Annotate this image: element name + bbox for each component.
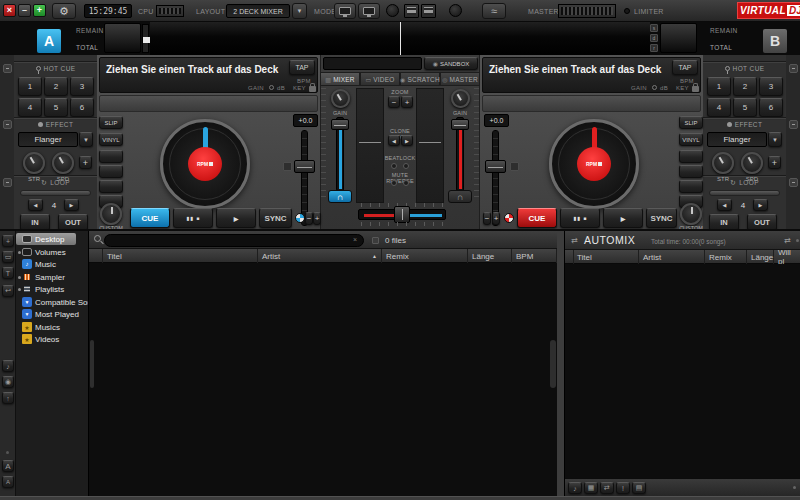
jog-center-hub[interactable]: RPM (577, 147, 611, 181)
hotcue-b-6[interactable]: 6 (759, 98, 783, 117)
disc-icon-button[interactable]: ◉ (2, 376, 14, 388)
zoom-out-button[interactable]: − (388, 96, 400, 108)
key-lock-icon[interactable] (309, 86, 316, 92)
folder-view-button[interactable]: ▭ (2, 251, 14, 263)
channel-b-eq-column[interactable] (416, 88, 444, 203)
deck-a-minus-button[interactable]: − (305, 212, 313, 225)
column-bpm[interactable]: BPM (512, 249, 557, 263)
deck-b-play-button[interactable] (603, 208, 643, 228)
sidebar-item-videos[interactable]: Videos (16, 333, 88, 345)
zoom-in-button[interactable]: + (401, 96, 413, 108)
deck-b-tap-button[interactable]: TAP (672, 60, 698, 75)
deck-b-plus-button[interactable]: + (492, 212, 500, 225)
tab-video[interactable]: ▭VIDEO (360, 72, 400, 86)
deck-a-pad-button-2[interactable] (99, 165, 123, 178)
sidebar-item-compatible-songs[interactable]: Compatible Songs (16, 296, 88, 308)
deck-a-tap-button[interactable]: TAP (289, 60, 315, 75)
column-blank[interactable] (89, 249, 103, 263)
loop-a-half-button[interactable] (28, 199, 43, 211)
column-remix[interactable]: Remix (382, 249, 468, 263)
am-column-artist[interactable]: Artist (639, 250, 705, 264)
column-laenge[interactable]: Länge (468, 249, 512, 263)
layout-dropdown[interactable]: 2 DECK MIXER (226, 4, 290, 18)
effect-b-select[interactable]: Flanger (707, 132, 767, 147)
deck-b-custom-knob[interactable] (680, 203, 702, 225)
eject-list-button[interactable]: ▤ (632, 482, 646, 494)
am-column-laenge[interactable]: Länge (747, 250, 774, 264)
gain-knob-icon[interactable] (269, 85, 274, 90)
clear-search-icon[interactable] (353, 236, 357, 243)
tab-scratch[interactable]: ◉SCRATCH (400, 72, 440, 86)
deck-a-cue-button[interactable]: CUE (130, 208, 170, 228)
effect-a-add-button[interactable] (79, 156, 92, 169)
file-scrollbar[interactable] (550, 340, 556, 388)
beatlock-a-toggle[interactable] (391, 163, 397, 169)
mode-dual-screen-button[interactable] (358, 3, 380, 19)
record-knob[interactable] (449, 4, 462, 17)
deck-a-pitch-reset-button[interactable] (283, 162, 292, 171)
wave-display-option-2[interactable] (421, 4, 436, 18)
mode-single-screen-button[interactable] (334, 3, 356, 19)
deck-b-vinyl-button[interactable]: VINYL (679, 133, 703, 146)
hotcue-a-3[interactable]: 3 (70, 77, 94, 96)
wave-option-button-1[interactable]: s (650, 24, 658, 32)
minimize-button[interactable] (18, 4, 31, 17)
shuffle-icon[interactable] (781, 235, 794, 246)
alert-button[interactable]: ! (616, 482, 630, 494)
effect-b-filter-button[interactable] (768, 132, 782, 147)
music-note-icon-button[interactable]: ♪ (2, 360, 14, 372)
tab-mixer[interactable]: ▥MIXER (320, 72, 360, 86)
mute-reverse-a-toggle[interactable] (391, 180, 397, 186)
sidebar-item-volumes[interactable]: Volumes (16, 246, 88, 258)
channel-b-headphone-button[interactable] (448, 190, 472, 203)
filter-folder-button[interactable]: T (2, 267, 14, 279)
hotcue-b-1[interactable]: 1 (707, 77, 731, 96)
hotcue-a-2[interactable]: 2 (44, 77, 68, 96)
hotcue-b-4[interactable]: 4 (707, 98, 731, 117)
collapse-hotcue-a-button[interactable] (3, 64, 12, 73)
hotcue-a-4[interactable]: 4 (18, 98, 42, 117)
close-button[interactable] (3, 4, 16, 17)
deck-a-plus-button[interactable]: + (313, 212, 321, 225)
file-list-body[interactable] (89, 263, 557, 496)
effect-a-filter-button[interactable] (79, 132, 93, 147)
automix-mode-button[interactable]: ♪ (568, 482, 582, 494)
loop-a-length-bar[interactable] (20, 190, 91, 196)
deck-b-cue-button[interactable]: CUE (517, 208, 557, 228)
hotcue-b-3[interactable]: 3 (759, 77, 783, 96)
layout-filter-button[interactable] (292, 3, 307, 19)
folder-scrollbar[interactable] (90, 340, 94, 388)
collapse-effect-b-button[interactable] (789, 120, 798, 129)
wave-option-button-3[interactable]: r (650, 44, 658, 52)
deck-b-title-box[interactable]: Ziehen Sie einen Track auf das Deck TAP … (482, 57, 701, 93)
deck-b-pad-button-3[interactable] (679, 180, 703, 193)
channel-b-volume-fader[interactable] (456, 117, 464, 191)
clone-to-left-button[interactable]: ◀ (388, 135, 400, 146)
loop-b-double-button[interactable] (753, 199, 768, 211)
automix-menu-dot[interactable] (796, 239, 799, 242)
deck-a-jog-wheel[interactable]: RPM (160, 119, 250, 209)
deck-a-pause-stop-button[interactable] (173, 208, 213, 228)
deck-a-slip-button[interactable]: SLIP (99, 116, 123, 129)
settings-gear-button[interactable] (52, 3, 76, 19)
loop-a-double-button[interactable] (64, 199, 79, 211)
deck-b-sync-button[interactable]: SYNC (646, 208, 677, 228)
tab-master[interactable]: ◎MASTER (440, 72, 480, 86)
channel-b-gain-knob[interactable] (451, 89, 470, 108)
hotcue-b-2[interactable]: 2 (733, 77, 757, 96)
back-button[interactable]: ↩ (2, 285, 14, 297)
effect-a-spd-knob[interactable] (52, 152, 74, 174)
am-column-will-play[interactable]: Will pl (774, 250, 800, 264)
waveform-view-button[interactable] (482, 3, 506, 19)
collapse-effect-a-button[interactable] (3, 120, 12, 129)
sampler-grid-button[interactable]: ▦ (584, 482, 598, 494)
deck-a-beat-sphere-icon[interactable] (295, 213, 305, 223)
titlebar-knob[interactable] (386, 4, 399, 17)
automix-list-body[interactable] (565, 264, 800, 478)
deck-b-slip-button[interactable]: SLIP (679, 116, 703, 129)
deck-b-beat-sphere-icon[interactable] (504, 213, 514, 223)
channel-a-headphone-button[interactable] (328, 190, 352, 203)
channel-a-volume-fader[interactable] (336, 117, 344, 191)
deck-a-sync-button[interactable]: SYNC (259, 208, 292, 228)
deck-b-waveform[interactable] (482, 95, 701, 112)
